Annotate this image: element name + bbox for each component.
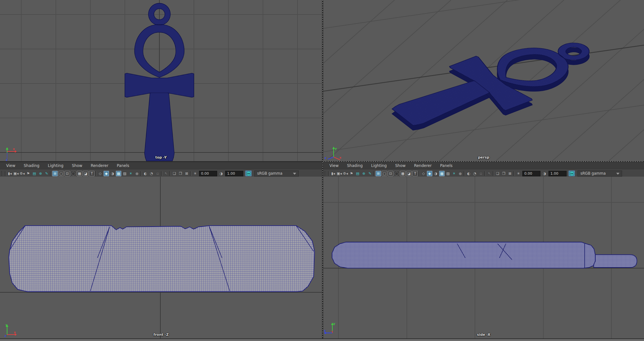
shadows-icon[interactable]: ● (458, 171, 463, 176)
separator (464, 171, 465, 176)
multisample-icon[interactable]: ▫ (155, 171, 160, 176)
shaded-cube-icon[interactable]: ◆ (104, 171, 109, 176)
xray-joints-icon[interactable]: ❐ (501, 171, 507, 176)
checker-icon[interactable]: ▨ (445, 171, 451, 176)
film-gate-icon[interactable]: ▢ (382, 171, 387, 176)
xray-joints-icon[interactable]: ❐ (178, 171, 183, 176)
viewport-front-canvas[interactable]: y x z (0, 177, 322, 338)
gamma-field[interactable] (548, 171, 567, 176)
isolate-select-icon[interactable]: ↖ (487, 171, 492, 176)
textured-cube-icon[interactable]: ▩ (116, 171, 121, 176)
motion-blur-icon[interactable]: ◔ (472, 171, 478, 176)
camera-settings-icon[interactable]: ⚙◂ (19, 171, 25, 176)
menu-renderer[interactable]: Renderer (410, 163, 436, 168)
viewport-side-canvas[interactable]: y z (323, 177, 644, 338)
occlusion-icon[interactable]: ◐ (466, 171, 471, 176)
checker-icon[interactable]: ▨ (122, 171, 127, 176)
viewport-side[interactable]: y z side -X (323, 177, 644, 338)
gamma-contrast-icon[interactable]: ◑ (218, 171, 224, 176)
exposure-field[interactable] (522, 171, 540, 176)
multisample-icon[interactable]: ▫ (478, 171, 484, 176)
textured-cube-icon[interactable]: ▩ (439, 171, 445, 176)
gamma-field[interactable] (225, 171, 243, 176)
ankh-mesh-side-knob[interactable] (594, 255, 637, 268)
isolate-select-icon[interactable]: ↖ (163, 171, 169, 176)
viewport-persp[interactable]: y z x persp (323, 0, 644, 161)
bookmark-icon[interactable]: ⚑ (25, 171, 31, 176)
separator (418, 171, 420, 176)
safe-action-icon[interactable]: ◪ (83, 171, 88, 176)
menu-shading[interactable]: Shading (343, 163, 367, 168)
ankh-mesh-persp[interactable] (374, 24, 614, 139)
camera-settings-icon[interactable]: ⚙◂ (343, 171, 348, 176)
movie-camera-icon[interactable]: ▮◂ (330, 171, 336, 176)
exposure-field[interactable] (199, 171, 217, 176)
safe-title-icon[interactable]: T (89, 171, 95, 176)
movie-camera-icon[interactable]: ▮◂ (7, 171, 13, 176)
textured-sphere-icon[interactable]: ◑ (433, 171, 438, 176)
menu-show[interactable]: Show (391, 163, 410, 168)
panel-menubar: View Shading Lighting Show Renderer Pane… (323, 162, 644, 170)
safe-action-icon[interactable]: ◪ (406, 171, 412, 176)
menu-show[interactable]: Show (68, 163, 86, 168)
pan-zoom-icon[interactable]: ⊕ (38, 171, 43, 176)
menu-renderer[interactable]: Renderer (86, 163, 113, 168)
exposure-icon[interactable]: ✳ (192, 171, 198, 176)
ankh-mesh-top[interactable] (125, 3, 194, 161)
image-plane-icon[interactable]: ▤ (32, 171, 37, 176)
gamma-contrast-icon[interactable]: ◑ (542, 171, 547, 176)
axis-gizmo: y z x (325, 147, 341, 160)
grid-toggle-icon[interactable]: ⊞ (52, 171, 58, 176)
menu-lighting[interactable]: Lighting (44, 163, 68, 168)
menu-panels[interactable]: Panels (436, 163, 457, 168)
viewport-persp-canvas[interactable]: y z x (323, 0, 644, 161)
lock-camera-icon[interactable]: ▣◂ (337, 171, 342, 176)
xray-icon[interactable]: ❏ (495, 171, 500, 176)
textured-sphere-icon[interactable]: ◑ (110, 171, 115, 176)
toolbar-grip[interactable] (325, 171, 327, 176)
toolbar-grip[interactable] (1, 171, 4, 176)
grid-toggle-icon[interactable]: ⊞ (376, 171, 381, 176)
menu-shading[interactable]: Shading (19, 163, 44, 168)
lock-camera-icon[interactable]: ▣◂ (13, 171, 19, 176)
view-transform-select[interactable]: sRGB gamma (254, 170, 299, 177)
lights-icon[interactable]: ☀ (128, 171, 134, 176)
xray-icon[interactable]: ❏ (172, 171, 177, 176)
viewport-top-canvas[interactable]: x z (0, 0, 322, 161)
panel-toolbar: ▮◂▣◂⚙◂⚑▤⊕✎⊞▢⊡◯▦◪T◇◆◑▩▨☀●◐◔▫↖❏❐⊠✳ ◑ ON sR… (0, 170, 322, 177)
motion-blur-icon[interactable]: ◔ (149, 171, 154, 176)
no-image-icon[interactable]: ⊠ (184, 171, 189, 176)
resolution-gate-icon[interactable]: ⊡ (65, 171, 70, 176)
view-transform-select[interactable]: sRGB gamma (578, 170, 622, 177)
viewport-top[interactable]: x z top -Y (0, 0, 322, 161)
field-chart-icon[interactable]: ▦ (400, 171, 406, 176)
grease-pencil-icon[interactable]: ✎ (44, 171, 49, 176)
image-plane-icon[interactable]: ▤ (355, 171, 360, 176)
shaded-cube-icon[interactable]: ◆ (427, 171, 432, 176)
gate-mask-icon[interactable]: ◯ (71, 171, 76, 176)
grease-pencil-icon[interactable]: ✎ (367, 171, 373, 176)
view-transform-toggle[interactable]: ON (245, 170, 252, 176)
menu-view[interactable]: View (325, 163, 343, 168)
menu-view[interactable]: View (2, 163, 19, 168)
film-gate-icon[interactable]: ▢ (58, 171, 64, 176)
viewport-front[interactable]: y x z front -Z (0, 177, 322, 338)
on-badge: ON (569, 171, 574, 176)
view-transform-toggle[interactable]: ON (569, 170, 575, 176)
lights-icon[interactable]: ☀ (451, 171, 457, 176)
field-chart-icon[interactable]: ▦ (77, 171, 82, 176)
resolution-gate-icon[interactable]: ⊡ (388, 171, 393, 176)
wireframe-cube-icon[interactable]: ◇ (97, 171, 103, 176)
no-image-icon[interactable]: ⊠ (507, 171, 513, 176)
gate-mask-icon[interactable]: ◯ (394, 171, 399, 176)
ankh-mesh-front[interactable] (9, 226, 315, 292)
safe-title-icon[interactable]: T (412, 171, 418, 176)
wireframe-cube-icon[interactable]: ◇ (421, 171, 426, 176)
occlusion-icon[interactable]: ◐ (143, 171, 148, 176)
shadows-icon[interactable]: ● (134, 171, 140, 176)
pan-zoom-icon[interactable]: ⊕ (361, 171, 367, 176)
menu-panels[interactable]: Panels (113, 163, 134, 168)
exposure-icon[interactable]: ✳ (516, 171, 521, 176)
bookmark-icon[interactable]: ⚑ (349, 171, 354, 176)
menu-lighting[interactable]: Lighting (367, 163, 391, 168)
